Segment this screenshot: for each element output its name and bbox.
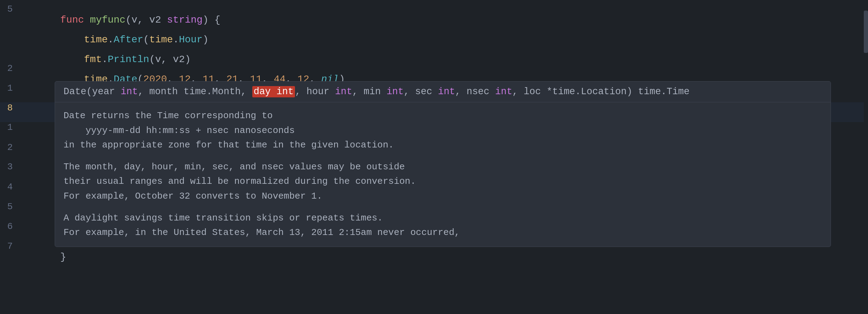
- line-number-7: 7: [0, 241, 21, 252]
- line-number-6: 6: [0, 221, 21, 232]
- line-number-5: 5: [0, 4, 21, 14]
- scrollbar-thumb[interactable]: [864, 11, 868, 53]
- scrollbar-track: [864, 0, 868, 314]
- tooltip-desc-3: A daylight savings time transition skips…: [64, 211, 822, 240]
- code-line-2: 2 time.Date(2020, 12, 11, 21, 11, 44, 12…: [0, 63, 868, 83]
- sig-int-min: int: [386, 86, 404, 97]
- tooltip-desc-1: Date returns the Time corresponding to y…: [64, 109, 822, 153]
- line-number-2: 2: [0, 63, 21, 74]
- code-line-println: fmt.Println(v, v2): [0, 43, 868, 63]
- line-number-8: 8: [0, 103, 21, 113]
- code-line-after: time.After(time.Hour): [0, 23, 868, 43]
- line-number-5b: 5: [0, 201, 21, 212]
- sig-highlight-day: day int: [252, 86, 295, 97]
- sig-int-nsec: int: [495, 86, 512, 97]
- tooltip-body: Date returns the Time corresponding to y…: [55, 102, 831, 247]
- editor-area: 5 func myfunc(v, v2 string) { time.After…: [0, 0, 868, 314]
- tooltip-popup: Date(year int, month time.Month, day int…: [55, 81, 831, 247]
- line-number-blank3: 1: [0, 122, 21, 133]
- tooltip-signature: Date(year int, month time.Month, day int…: [55, 81, 831, 102]
- line-number-3: 3: [0, 162, 21, 172]
- sig-int-sec: int: [438, 86, 455, 97]
- tooltip-desc-2: The month, day, hour, min, sec, and nsec…: [64, 160, 822, 204]
- code-line-5: 5 func myfunc(v, v2 string) {: [0, 4, 868, 23]
- line-number-4: 4: [0, 182, 21, 192]
- sig-int-hour: int: [335, 86, 352, 97]
- sig-int-year: int: [121, 86, 138, 97]
- line-number-2b: 2: [0, 142, 21, 153]
- line-number-1a: 1: [0, 83, 21, 93]
